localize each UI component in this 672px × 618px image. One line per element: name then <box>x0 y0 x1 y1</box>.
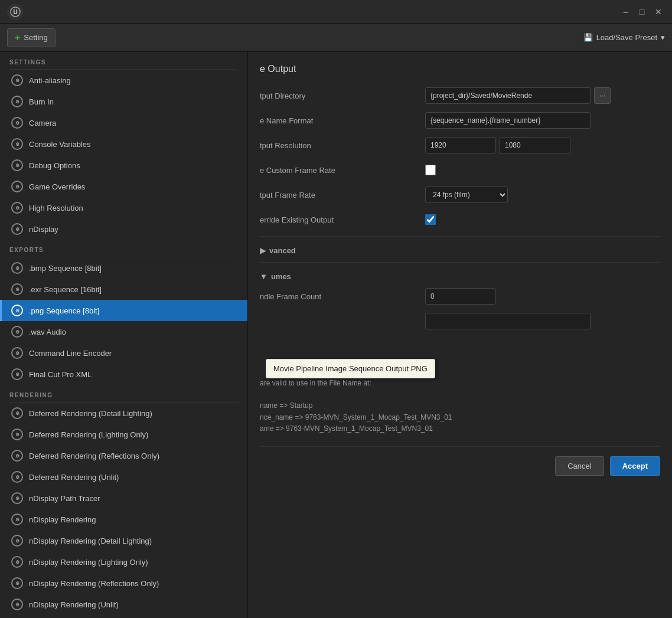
frames-section-header[interactable]: ▼ umes <box>260 272 660 281</box>
deferred-unlit-label: Deferred Rendering (Unlit) <box>29 473 119 482</box>
section-divider-1 <box>260 236 660 237</box>
settings-section-label: SETTINGS <box>0 52 247 69</box>
game-overrides-icon: ⚙ <box>11 181 23 192</box>
final-cut-pro-xml-label: Final Cut Pro XML <box>29 370 92 379</box>
bmp-sequence-label: .bmp Sequence [8bit] <box>29 264 102 273</box>
sidebar-item-wav-audio[interactable]: ⚙ .wav Audio <box>0 321 247 342</box>
sidebar-item-path-tracer[interactable]: ⚙ Path Tracer <box>0 615 247 618</box>
output-resolution-row: tput Resolution <box>260 136 660 155</box>
minimize-button[interactable]: ‒ <box>619 5 632 18</box>
output-frame-rate-select[interactable]: 24 fps (film) 30 fps 60 fps <box>425 187 508 203</box>
ue-logo-icon: U <box>7 4 24 20</box>
accept-button[interactable]: Accept <box>610 456 660 476</box>
info-intro-text: are valid to use in the File Name at: <box>260 379 371 387</box>
game-overrides-label: Game Overrides <box>29 182 85 191</box>
sidebar-item-anti-aliasing[interactable]: ⚙ Anti-aliasing <box>0 70 247 91</box>
handle-frame-count-input[interactable] <box>425 288 496 305</box>
add-setting-button[interactable]: + Setting <box>7 28 56 47</box>
output-resolution-height-input[interactable] <box>500 137 570 153</box>
sidebar-item-ndisplay-path-tracer[interactable]: ⚙ nDisplay Path Tracer <box>0 488 247 509</box>
info-line-3: ame => 9763-MVN_System_1_Mocap_Test_MVN3… <box>260 424 433 433</box>
high-resolution-icon: ⚙ <box>11 202 23 214</box>
rendering-section-label: RENDERING <box>0 385 247 402</box>
extra-row <box>260 312 660 331</box>
burn-in-label: Burn In <box>29 97 54 106</box>
sidebar-item-ndisplay-rendering[interactable]: ⚙ nDisplay Rendering <box>0 509 247 530</box>
extra-row-value <box>425 313 660 329</box>
sidebar-item-ndisplay[interactable]: ⚙ nDisplay <box>0 218 247 240</box>
sidebar-item-deferred-unlit[interactable]: ⚙ Deferred Rendering (Unlit) <box>0 466 247 488</box>
camera-icon: ⚙ <box>11 117 23 129</box>
sidebar-item-debug-options[interactable]: ⚙ Debug Options <box>0 155 247 176</box>
command-line-encoder-icon: ⚙ <box>11 347 23 359</box>
output-resolution-label: tput Resolution <box>260 141 425 150</box>
deferred-lighting-label: Deferred Rendering (Lighting Only) <box>29 430 148 439</box>
ndisplay-rendering-detail-label: nDisplay Rendering (Detail Lighting) <box>29 537 152 545</box>
save-icon: 💾 <box>583 33 593 42</box>
sidebar-item-png-sequence[interactable]: ⚙ .png Sequence [8bit] <box>0 300 247 321</box>
png-sequence-label: .png Sequence [8bit] <box>29 306 99 315</box>
wav-audio-label: .wav Audio <box>29 328 66 336</box>
anti-aliasing-label: Anti-aliasing <box>29 76 71 85</box>
maximize-button[interactable]: □ <box>635 5 648 18</box>
ndisplay-icon: ⚙ <box>11 223 23 235</box>
sidebar-item-high-resolution[interactable]: ⚙ High Resolution <box>0 197 247 218</box>
info-line-2: nce_name => 9763-MVN_System_1_Mocap_Test… <box>260 413 452 421</box>
plus-icon: + <box>15 32 20 43</box>
extra-row-input[interactable] <box>425 313 591 329</box>
override-existing-output-row: erride Existing Output <box>260 210 660 229</box>
override-existing-output-label: erride Existing Output <box>260 215 425 224</box>
name-format-row: e Name Format <box>260 111 660 130</box>
override-existing-output-value <box>425 214 660 225</box>
sidebar-item-ndisplay-rendering-detail[interactable]: ⚙ nDisplay Rendering (Detail Lighting) <box>0 530 247 551</box>
name-format-input[interactable] <box>425 112 591 129</box>
ndisplay-rendering-reflections-label: nDisplay Rendering (Reflections Only) <box>29 579 159 588</box>
bmp-sequence-icon: ⚙ <box>11 262 23 274</box>
toolbar: + Setting 💾 Load/Save Preset ▾ <box>0 24 672 52</box>
sidebar-item-game-overrides[interactable]: ⚙ Game Overrides <box>0 176 247 197</box>
output-directory-input[interactable] <box>425 87 591 104</box>
advanced-section-header[interactable]: ▶ vanced <box>260 246 660 255</box>
sidebar-item-bmp-sequence[interactable]: ⚙ .bmp Sequence [8bit] <box>0 257 247 279</box>
ndisplay-rendering-icon: ⚙ <box>11 514 23 525</box>
svg-text:U: U <box>13 9 17 15</box>
tooltip-box: Movie Pipeline Image Sequence Output PNG <box>266 359 435 378</box>
output-directory-label: tput Directory <box>260 91 425 100</box>
sidebar-item-exr-sequence[interactable]: ⚙ .exr Sequence [16bit] <box>0 279 247 300</box>
sidebar-item-burn-in[interactable]: ⚙ Burn In <box>0 91 247 112</box>
right-panel: e Output tput Directory ··· e Name Forma… <box>248 52 672 618</box>
custom-frame-rate-value <box>425 165 660 175</box>
cancel-button[interactable]: Cancel <box>555 456 604 476</box>
override-existing-output-checkbox[interactable] <box>425 214 436 225</box>
sidebar-item-final-cut-pro-xml[interactable]: ⚙ Final Cut Pro XML <box>0 364 247 385</box>
debug-options-icon: ⚙ <box>11 159 23 171</box>
load-save-preset-button[interactable]: 💾 Load/Save Preset ▾ <box>583 33 665 42</box>
name-format-value <box>425 112 660 129</box>
sidebar-item-command-line-encoder[interactable]: ⚙ Command Line Encoder <box>0 342 247 364</box>
output-resolution-width-input[interactable] <box>425 137 496 153</box>
output-frame-rate-row: tput Frame Rate 24 fps (film) 30 fps 60 … <box>260 185 660 204</box>
deferred-detail-label: Deferred Rendering (Detail Lighting) <box>29 409 152 418</box>
title-bar-controls: ‒ □ ✕ <box>619 5 665 18</box>
footer-buttons: Cancel Accept <box>260 446 660 476</box>
output-directory-browse-button[interactable]: ··· <box>594 87 611 104</box>
sidebar-item-camera[interactable]: ⚙ Camera <box>0 112 247 133</box>
close-button[interactable]: ✕ <box>652 5 665 18</box>
ndisplay-path-tracer-label: nDisplay Path Tracer <box>29 494 100 503</box>
handle-frame-count-value <box>425 288 660 305</box>
custom-frame-rate-row: e Custom Frame Rate <box>260 161 660 179</box>
camera-label: Camera <box>29 119 56 127</box>
main-content: SETTINGS ⚙ Anti-aliasing ⚙ Burn In ⚙ Cam… <box>0 52 672 618</box>
sidebar-item-deferred-detail[interactable]: ⚙ Deferred Rendering (Detail Lighting) <box>0 403 247 424</box>
sidebar-item-ndisplay-rendering-unlit[interactable]: ⚙ nDisplay Rendering (Unlit) <box>0 594 247 615</box>
sidebar-item-ndisplay-rendering-lighting[interactable]: ⚙ nDisplay Rendering (Lighting Only) <box>0 551 247 573</box>
handle-frame-count-label: ndle Frame Count <box>260 292 425 301</box>
sidebar-item-deferred-lighting[interactable]: ⚙ Deferred Rendering (Lighting Only) <box>0 424 247 445</box>
sidebar-item-deferred-reflections[interactable]: ⚙ Deferred Rendering (Reflections Only) <box>0 445 247 466</box>
debug-options-label: Debug Options <box>29 161 80 170</box>
custom-frame-rate-checkbox[interactable] <box>425 165 436 175</box>
exr-sequence-label: .exr Sequence [16bit] <box>29 285 102 294</box>
sidebar-item-console-variables[interactable]: ⚙ Console Variables <box>0 133 247 155</box>
sidebar-item-ndisplay-rendering-reflections[interactable]: ⚙ nDisplay Rendering (Reflections Only) <box>0 573 247 594</box>
ndisplay-rendering-lighting-label: nDisplay Rendering (Lighting Only) <box>29 558 148 567</box>
